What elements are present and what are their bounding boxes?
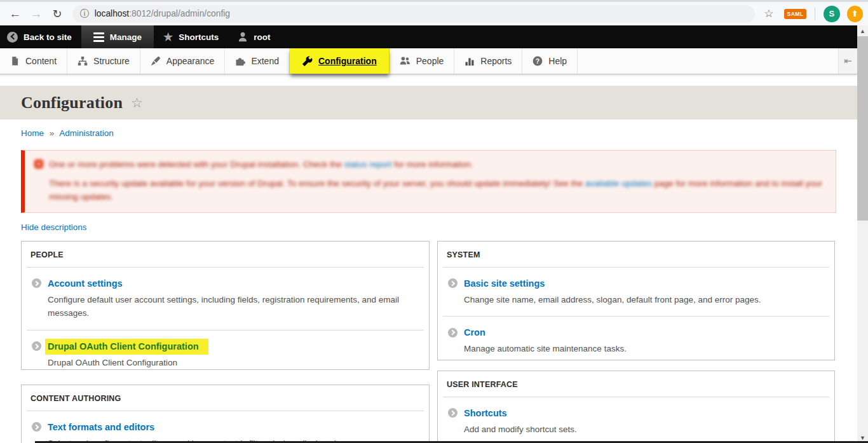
orange-extension-icon[interactable]: ⬆ [847, 6, 863, 22]
profile-avatar[interactable]: S [824, 6, 839, 22]
tab-help[interactable]: ? Help [522, 48, 578, 74]
back-to-site-button[interactable]: Back to site [0, 25, 81, 48]
basic-site-settings-link[interactable]: Basic site settings [464, 278, 545, 289]
user-label: root [254, 32, 270, 42]
admin-menu-bar: Content Structure Appearance Extend Conf… [0, 48, 857, 74]
error-message-1: One or more problems were detected with … [49, 158, 824, 172]
site-info-icon[interactable]: ⓘ [80, 8, 89, 20]
wrench-icon [302, 56, 313, 67]
user-menu-button[interactable]: root [228, 25, 280, 48]
error1-text-end: for more information. [392, 160, 473, 169]
browser-toolbar: ← → ↻ ⓘ localhost:8012/drupal/admin/conf… [0, 0, 868, 25]
text-formats-link[interactable]: Text formats and editors [48, 422, 154, 432]
tab-content-label: Content [25, 56, 57, 66]
browser-reload-icon[interactable]: ↻ [48, 7, 67, 21]
panel-user-interface: USER INTERFACE Shortcuts Add and modify … [437, 371, 835, 442]
cron-description: Manage automatic site maintenance tasks. [464, 342, 824, 356]
shortcuts-link[interactable]: Shortcuts [464, 408, 507, 418]
page-title: Configuration [21, 93, 123, 112]
shortcuts-label: Shortcuts [179, 32, 219, 42]
shortcuts-button[interactable]: ★ Shortcuts [154, 25, 228, 48]
chevron-right-icon [448, 408, 458, 418]
breadcrumb: Home » Administration [21, 128, 868, 138]
tab-reports[interactable]: Reports [454, 48, 522, 74]
status-report-link[interactable]: status report [344, 160, 391, 169]
tab-structure[interactable]: Structure [67, 48, 140, 74]
panel-content-authoring-title: CONTENT AUTHORING [22, 385, 429, 411]
sitemap-icon [78, 56, 88, 66]
drupal-oauth-link[interactable]: Drupal OAuth Client Configuration [45, 339, 208, 355]
config-item-text-formats: Text formats and editors Select and conf… [22, 411, 429, 443]
back-arrow-icon [7, 32, 18, 43]
breadcrumb-home-link[interactable]: Home [21, 128, 44, 138]
manage-label: Manage [110, 32, 142, 42]
account-settings-description: Configure default user account settings,… [48, 293, 419, 320]
saml-extension-badge[interactable]: SAML [784, 9, 807, 19]
user-icon [238, 32, 248, 42]
chevron-right-icon [448, 278, 458, 288]
paintbrush-icon [151, 56, 161, 66]
tab-appearance[interactable]: Appearance [140, 48, 226, 74]
config-panels: PEOPLE Account settings Configure defaul… [21, 241, 835, 443]
favorite-star-icon[interactable]: ☆ [131, 95, 143, 111]
hide-descriptions-link[interactable]: Hide descriptions [21, 222, 87, 232]
collapse-arrow-icon: ⇤ [844, 55, 852, 67]
browser-forward-icon[interactable]: → [26, 7, 46, 21]
tab-content[interactable]: Content [0, 48, 67, 74]
people-icon [400, 56, 410, 66]
chevron-right-icon [32, 422, 41, 432]
document-icon [10, 56, 20, 66]
breadcrumb-separator: » [50, 128, 55, 138]
available-updates-link[interactable]: available updates [585, 179, 652, 188]
basic-site-settings-description: Change site name, email address, slogan,… [464, 293, 824, 307]
panel-system: SYSTEM Basic site settings Change site n… [437, 241, 835, 360]
tab-structure-label: Structure [93, 56, 130, 66]
error-message-box: ✕ One or more problems were detected wit… [21, 150, 836, 213]
drupal-oauth-description: Drupal OAuth Client Configuration [48, 356, 419, 370]
tab-extend-label: Extend [251, 56, 279, 66]
page-header: Configuration ☆ [0, 86, 857, 119]
bar-chart-icon [465, 56, 475, 66]
hamburger-icon [93, 32, 104, 42]
chevron-right-icon [448, 328, 458, 337]
puzzle-icon [235, 56, 245, 66]
manage-button[interactable]: Manage [81, 25, 154, 48]
scroll-up-button[interactable]: ▲ [857, 25, 868, 36]
page-scrollbar[interactable]: ▲ ▼ [857, 25, 868, 443]
drupal-admin-toolbar: Back to site Manage ★ Shortcuts root [0, 25, 857, 48]
tab-configuration[interactable]: Configuration [290, 48, 390, 74]
panel-content-authoring: CONTENT AUTHORING Text formats and edito… [21, 385, 430, 443]
chevron-right-icon [32, 278, 41, 288]
tab-people[interactable]: People [390, 48, 455, 74]
account-settings-link[interactable]: Account settings [48, 278, 123, 289]
url-path: :8012/drupal/admin/config [129, 9, 230, 18]
cron-link[interactable]: Cron [464, 327, 485, 337]
bookmark-star-icon[interactable]: ☆ [764, 7, 773, 20]
error1-text: One or more problems were detected with … [49, 160, 344, 169]
error2-text: There is a security update available for… [49, 179, 585, 188]
tab-appearance-label: Appearance [166, 56, 215, 66]
svg-text:?: ? [536, 57, 539, 65]
shortcuts-description: Add and modify shortcut sets. [464, 423, 824, 437]
tab-extend[interactable]: Extend [225, 48, 290, 74]
tab-configuration-label: Configuration [318, 56, 377, 66]
back-to-site-label: Back to site [24, 32, 72, 42]
address-bar[interactable]: ⓘ localhost:8012/drupal/admin/config [72, 5, 756, 23]
breadcrumb-admin-link[interactable]: Administration [59, 128, 114, 138]
error-message-2: There is a security update available for… [49, 177, 824, 204]
error-icon: ✕ [34, 160, 43, 168]
tab-people-label: People [416, 56, 444, 66]
chevron-right-icon [32, 341, 41, 351]
error-message-content: ✕ One or more problems were detected wit… [49, 158, 824, 204]
toolbar-divider [815, 8, 815, 20]
tab-reports-label: Reports [480, 56, 512, 66]
toolbar-collapse-button[interactable]: ⇤ [838, 48, 857, 74]
browser-back-icon[interactable]: ← [5, 7, 25, 21]
panel-people-title: PEOPLE [22, 242, 429, 267]
config-item-shortcuts: Shortcuts Add and modify shortcut sets. [438, 397, 834, 442]
scrollbar-thumb[interactable] [857, 36, 868, 221]
panel-people: PEOPLE Account settings Configure defaul… [21, 241, 430, 370]
arrow-up-icon: ⬆ [851, 9, 858, 18]
config-item-drupal-oauth: Drupal OAuth Client Configuration Drupal… [22, 331, 429, 370]
config-item-account-settings: Account settings Configure default user … [22, 268, 429, 330]
